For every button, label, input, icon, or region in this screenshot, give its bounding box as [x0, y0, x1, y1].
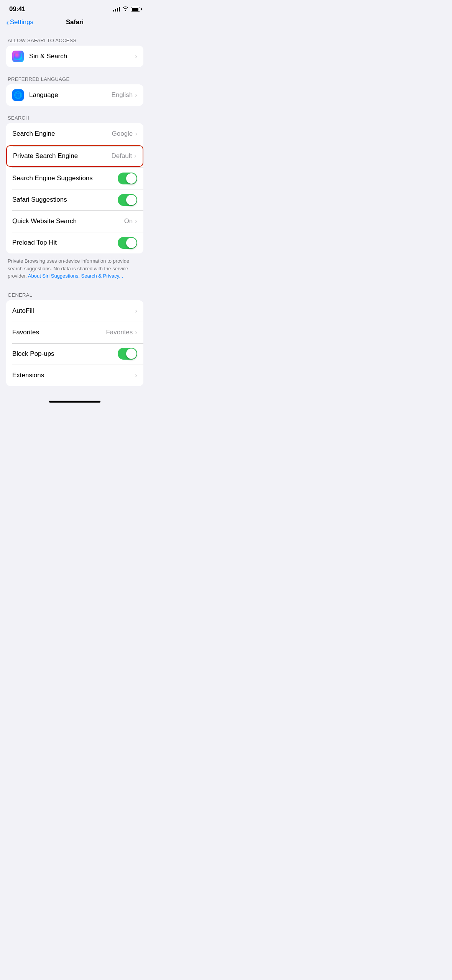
row-private-search-engine[interactable]: Private Search Engine Default ›	[6, 145, 143, 167]
block-popups-toggle[interactable]	[118, 348, 137, 360]
quick-website-search-value: On	[124, 217, 133, 225]
section-language: PREFERRED LANGUAGE 🌐 Language English ›	[0, 70, 150, 106]
private-search-engine-chevron-icon: ›	[134, 152, 136, 160]
section-header-search: SEARCH	[0, 109, 150, 123]
search-engine-chevron-icon: ›	[135, 130, 137, 138]
section-group-general: AutoFill › Favorites Favorites › Block P…	[6, 300, 143, 386]
row-block-popups[interactable]: Block Pop-ups	[6, 343, 143, 365]
quick-website-search-label: Quick Website Search	[12, 217, 124, 225]
favorites-value: Favorites	[106, 329, 133, 336]
row-safari-suggestions[interactable]: Safari Suggestions	[6, 189, 143, 210]
row-autofill[interactable]: AutoFill ›	[6, 300, 143, 322]
home-bar	[49, 401, 100, 403]
battery-icon	[131, 7, 140, 12]
favorites-chevron-icon: ›	[135, 329, 137, 336]
status-time: 09:41	[9, 5, 25, 13]
toggle-knob	[126, 238, 136, 248]
section-search: SEARCH Search Engine Google › Private Se…	[0, 109, 150, 286]
about-siri-link[interactable]: About Siri Suggestions,	[28, 273, 80, 279]
back-label: Settings	[10, 18, 33, 26]
preload-top-hit-label: Preload Top Hit	[12, 239, 118, 247]
safari-suggestions-label: Safari Suggestions	[12, 196, 118, 204]
row-preload-top-hit[interactable]: Preload Top Hit	[6, 232, 143, 253]
status-icons	[113, 6, 140, 12]
row-favorites[interactable]: Favorites Favorites ›	[6, 322, 143, 343]
private-search-engine-value: Default	[111, 152, 132, 160]
siri-search-chevron-icon: ›	[135, 53, 137, 60]
section-group-search: Search Engine Google › Private Search En…	[6, 123, 143, 253]
autofill-chevron-icon: ›	[135, 307, 137, 315]
private-search-engine-label: Private Search Engine	[13, 152, 111, 160]
search-engine-suggestions-toggle[interactable]	[118, 173, 137, 184]
block-popups-label: Block Pop-ups	[12, 350, 118, 358]
section-header-language: PREFERRED LANGUAGE	[0, 70, 150, 84]
nav-header: ‹ Settings Safari	[0, 15, 150, 31]
page-title: Safari	[66, 18, 84, 26]
extensions-label: Extensions	[12, 372, 135, 379]
row-extensions[interactable]: Extensions ›	[6, 365, 143, 386]
row-search-engine-suggestions[interactable]: Search Engine Suggestions	[6, 168, 143, 189]
language-label: Language	[29, 91, 112, 99]
back-button[interactable]: ‹ Settings	[6, 18, 33, 26]
back-chevron-icon: ‹	[6, 18, 9, 26]
search-privacy-link[interactable]: Search & Privacy...	[80, 273, 123, 279]
row-quick-website-search[interactable]: Quick Website Search On ›	[6, 210, 143, 232]
status-bar: 09:41	[0, 0, 150, 15]
row-search-engine[interactable]: Search Engine Google ›	[6, 123, 143, 145]
svg-rect-0	[14, 53, 22, 60]
signal-bars-icon	[113, 7, 120, 12]
language-chevron-icon: ›	[135, 91, 137, 99]
quick-website-search-chevron-icon: ›	[135, 217, 137, 225]
section-header-general: GENERAL	[0, 286, 150, 300]
section-group-allow-access: Siri & Search ›	[6, 46, 143, 67]
preload-top-hit-toggle[interactable]	[118, 237, 137, 249]
wifi-icon	[122, 6, 128, 12]
siri-icon	[12, 51, 24, 62]
search-footer-note: Private Browsing uses on-device informat…	[0, 253, 150, 286]
toggle-knob	[126, 349, 136, 359]
toggle-knob	[126, 173, 136, 184]
row-language[interactable]: 🌐 Language English ›	[6, 84, 143, 106]
section-group-language: 🌐 Language English ›	[6, 84, 143, 106]
search-engine-value: Google	[112, 130, 133, 138]
search-engine-suggestions-label: Search Engine Suggestions	[12, 174, 118, 182]
search-engine-label: Search Engine	[12, 130, 112, 138]
language-value: English	[112, 91, 133, 99]
section-general: GENERAL AutoFill › Favorites Favorites ›…	[0, 286, 150, 386]
favorites-label: Favorites	[12, 329, 106, 336]
section-header-allow-access: ALLOW SAFARI TO ACCESS	[0, 31, 150, 46]
row-siri-search[interactable]: Siri & Search ›	[6, 46, 143, 67]
section-allow-access: ALLOW SAFARI TO ACCESS Siri & Searc	[0, 31, 150, 67]
siri-search-label: Siri & Search	[29, 53, 135, 60]
extensions-chevron-icon: ›	[135, 372, 137, 379]
globe-icon: 🌐	[12, 89, 24, 101]
safari-suggestions-toggle[interactable]	[118, 194, 137, 206]
home-indicator	[0, 398, 150, 405]
toggle-knob	[126, 195, 136, 205]
autofill-label: AutoFill	[12, 307, 135, 315]
